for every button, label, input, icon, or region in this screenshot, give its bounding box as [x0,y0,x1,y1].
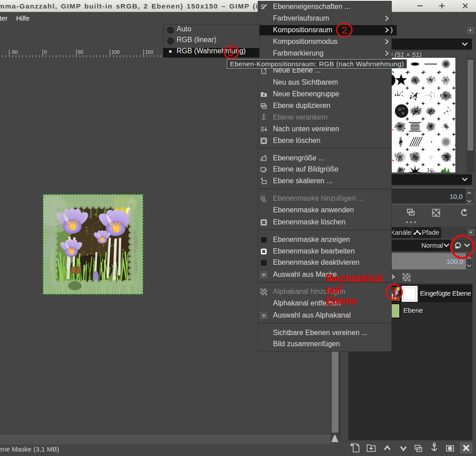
svg-text:50: 50 [78,49,83,55]
svg-text:-50: -50 [11,49,18,55]
svg-text:150: 150 [145,49,153,55]
svg-text:100: 100 [112,49,120,55]
svg-text:0: 0 [44,49,47,55]
